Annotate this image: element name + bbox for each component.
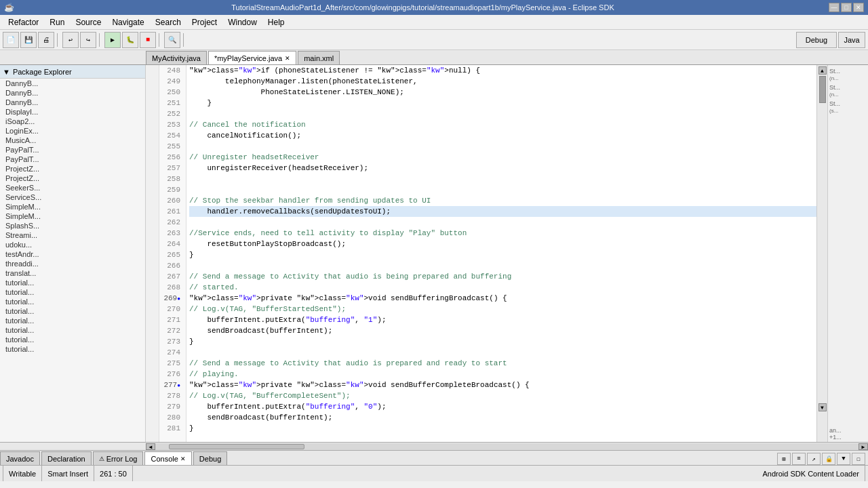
sidebar-item[interactable]: ProjectZ... bbox=[0, 174, 145, 183]
tab-myactivity[interactable]: MyActivity.java bbox=[146, 51, 207, 64]
sidebar-item[interactable]: translat... bbox=[0, 268, 145, 278]
sidebar-item[interactable]: tutorial... bbox=[0, 325, 145, 335]
bottom-btn3[interactable]: ↗ bbox=[807, 453, 821, 465]
toolbar-undo-btn[interactable]: ↩ bbox=[62, 32, 79, 48]
bottom-tab-console[interactable]: Console ✕ bbox=[144, 451, 191, 465]
bottom-btn6[interactable]: ☐ bbox=[852, 453, 865, 465]
scroll-thumb[interactable] bbox=[819, 76, 826, 103]
bottom-tab-declaration[interactable]: Declaration bbox=[41, 451, 92, 465]
sidebar-item[interactable]: tutorial... bbox=[0, 278, 145, 287]
close-button[interactable]: ✕ bbox=[853, 3, 864, 12]
toolbar-print-btn[interactable]: 🖨 bbox=[38, 32, 54, 48]
bottom-btn4[interactable]: 🔒 bbox=[822, 453, 835, 465]
horizontal-scrollbar[interactable]: ◀ ▶ bbox=[0, 442, 868, 450]
sidebar-item[interactable]: testAndr... bbox=[0, 249, 145, 259]
bottom-btn1[interactable]: ⊞ bbox=[777, 453, 791, 465]
line-number: 251 bbox=[159, 98, 183, 108]
sidebar-item[interactable]: iSoap2... bbox=[0, 117, 145, 126]
code-line: unregisterReceiver(headsetReceiver); bbox=[189, 163, 816, 174]
status-smart-insert: Smart Insert bbox=[42, 466, 94, 481]
code-line: bufferIntent.putExtra("buffering", "0"); bbox=[189, 401, 816, 412]
toolbar-java-btn[interactable]: Java bbox=[838, 32, 865, 48]
menu-help[interactable]: Help bbox=[262, 16, 290, 28]
sidebar-item[interactable]: tutorial... bbox=[0, 316, 145, 325]
toolbar-sep1 bbox=[57, 33, 60, 47]
bottom-tab-javadoc[interactable]: Javadoc bbox=[0, 451, 40, 465]
sidebar-item[interactable]: tutorial... bbox=[0, 297, 145, 306]
toolbar-debug-label[interactable]: Debug bbox=[796, 32, 837, 48]
sidebar-toggle[interactable]: ▼ bbox=[3, 68, 10, 76]
scroll-up-btn[interactable]: ▲ bbox=[818, 66, 827, 75]
right-panel-item2: St...(n... bbox=[829, 83, 867, 99]
toolbar-stop-btn[interactable]: ■ bbox=[140, 32, 156, 48]
hscroll-thumb[interactable] bbox=[169, 444, 304, 449]
tab-myplayservice-close[interactable]: ✕ bbox=[285, 55, 290, 62]
menu-search[interactable]: Search bbox=[150, 16, 186, 28]
sidebar-item[interactable]: tutorial... bbox=[0, 344, 145, 354]
hscroll-right-btn[interactable]: ▶ bbox=[859, 443, 868, 450]
sidebar-item[interactable]: SimpleM... bbox=[0, 211, 145, 221]
sidebar-item[interactable]: tutorial... bbox=[0, 287, 145, 297]
menu-window[interactable]: Window bbox=[222, 16, 262, 28]
code-content[interactable]: "kw">class="kw">if (phoneStateListener !… bbox=[186, 65, 816, 442]
sidebar-item[interactable]: DannyB... bbox=[0, 88, 145, 98]
sidebar-item[interactable]: DannyB... bbox=[0, 79, 145, 88]
toolbar-run-btn[interactable]: ▶ bbox=[104, 32, 121, 48]
bottom-tab-errorlog[interactable]: ⚠ Error Log bbox=[93, 451, 144, 465]
sidebar-item[interactable]: ServiceS... bbox=[0, 192, 145, 202]
scroll-down-btn[interactable]: ▼ bbox=[818, 403, 827, 411]
line-number: 269● bbox=[159, 293, 183, 304]
line-number: 271 bbox=[159, 314, 183, 325]
sidebar-item[interactable]: Streami... bbox=[0, 230, 145, 240]
toolbar-sep2 bbox=[99, 33, 102, 47]
sidebar-item[interactable]: SeekerS... bbox=[0, 183, 145, 192]
line-number: 250 bbox=[159, 87, 183, 98]
sidebar-item[interactable]: PayPalT... bbox=[0, 155, 145, 164]
sidebar-item[interactable]: LoginEx... bbox=[0, 126, 145, 136]
toolbar-save-btn[interactable]: 💾 bbox=[20, 32, 37, 48]
toolbar-debug-btn[interactable]: 🐛 bbox=[122, 32, 138, 48]
sidebar-item[interactable]: udoku... bbox=[0, 240, 145, 249]
bottom-btn5[interactable]: ▼ bbox=[837, 453, 850, 465]
sidebar-item[interactable]: tutorial... bbox=[0, 306, 145, 316]
status-writable-text: Writable bbox=[9, 470, 36, 478]
tab-myplayservice-label: *myPlayService.java bbox=[214, 54, 282, 62]
menu-run[interactable]: Run bbox=[44, 16, 70, 28]
line-number: 266 bbox=[159, 260, 183, 271]
bottom-btn2[interactable]: ≡ bbox=[792, 453, 806, 465]
sidebar-item[interactable]: DannyB... bbox=[0, 98, 145, 107]
menu-source[interactable]: Source bbox=[70, 16, 106, 28]
code-line: bufferIntent.putExtra("buffering", "1"); bbox=[189, 314, 816, 325]
sidebar-item[interactable]: DisplayI... bbox=[0, 107, 145, 117]
sidebar-item[interactable]: tutorial... bbox=[0, 335, 145, 344]
bottom-tab-console-close[interactable]: ✕ bbox=[180, 455, 186, 462]
sidebar-item[interactable]: threaddi... bbox=[0, 259, 145, 268]
sidebar-item[interactable]: MusicA... bbox=[0, 136, 145, 145]
bottom-tab-debug-label: Debug bbox=[199, 455, 221, 463]
sidebar-item[interactable]: ProjectZ... bbox=[0, 164, 145, 174]
code-line bbox=[189, 184, 816, 195]
sidebar-item[interactable]: PayPalT... bbox=[0, 145, 145, 155]
sidebar-item[interactable]: SimpleM... bbox=[0, 202, 145, 211]
hscroll-track[interactable] bbox=[155, 443, 859, 450]
toolbar-search-btn[interactable]: 🔍 bbox=[164, 32, 180, 48]
maximize-button[interactable]: □ bbox=[841, 3, 852, 12]
minimize-button[interactable]: — bbox=[829, 3, 840, 12]
hscroll-left-btn[interactable]: ◀ bbox=[146, 443, 155, 450]
line-number: 263 bbox=[159, 228, 183, 239]
menu-navigate[interactable]: Navigate bbox=[106, 16, 149, 28]
code-editor[interactable]: 2482492502512522532542552562572582592602… bbox=[146, 65, 827, 442]
vertical-scrollbar[interactable]: ▲ ▼ bbox=[816, 65, 827, 442]
sidebar-item[interactable]: SplashS... bbox=[0, 221, 145, 230]
toolbar-new-btn[interactable]: 📄 bbox=[3, 32, 19, 48]
tabbar: MyActivity.java *myPlayService.java ✕ ma… bbox=[0, 50, 868, 65]
tab-myplayservice[interactable]: *myPlayService.java ✕ bbox=[208, 51, 296, 64]
line-number: 270 bbox=[159, 304, 183, 314]
menu-refactor[interactable]: Refactor bbox=[3, 16, 44, 28]
tab-mainxml[interactable]: main.xml bbox=[298, 51, 340, 64]
bottom-tab-debug[interactable]: Debug bbox=[193, 451, 227, 465]
titlebar: ☕ TutorialStreamAudioPart1d_After/src/co… bbox=[0, 0, 868, 15]
toolbar-redo-btn[interactable]: ↪ bbox=[80, 32, 96, 48]
code-line: // Send a message to Activity that audio… bbox=[189, 271, 816, 282]
menu-project[interactable]: Project bbox=[186, 16, 222, 28]
